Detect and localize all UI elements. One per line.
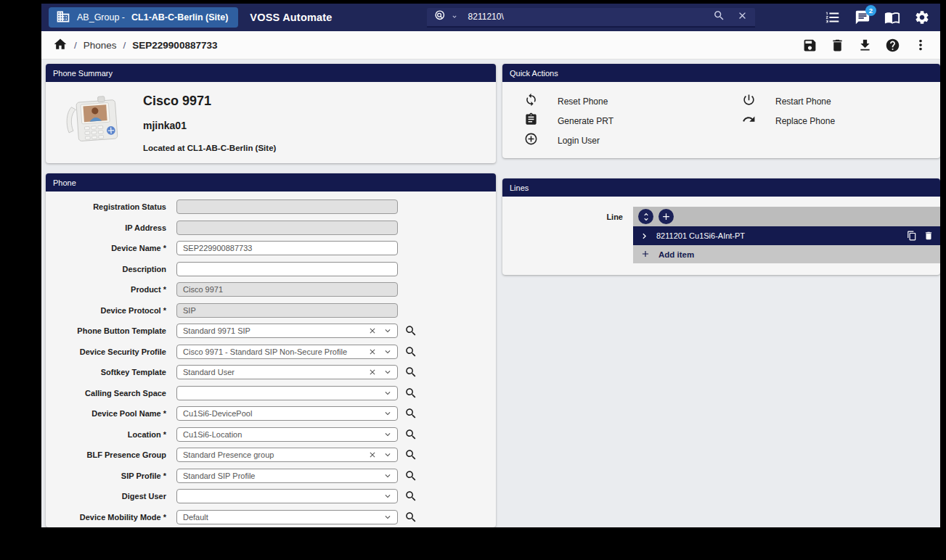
clear-icon[interactable] xyxy=(368,368,377,376)
lookup-search-icon[interactable] xyxy=(404,324,417,337)
quick-action-generate-prt[interactable]: Generate PRT xyxy=(524,111,742,131)
select-device-pool-name[interactable]: Cu1Si6-DevicePool xyxy=(176,406,398,421)
chevron-down-icon[interactable] xyxy=(383,347,393,357)
chevron-down-icon[interactable] xyxy=(383,491,393,501)
line-toolbar xyxy=(633,207,940,226)
clear-icon[interactable] xyxy=(368,347,377,356)
field-label-ip-address: IP Address xyxy=(46,223,166,232)
add-item-button[interactable]: Add item xyxy=(633,245,940,263)
expand-chevron-icon[interactable] xyxy=(639,231,650,242)
delete-line-icon[interactable] xyxy=(923,231,934,241)
field-label-device-pool-name: Device Pool Name * xyxy=(46,409,166,418)
quick-action-label: Restart Phone xyxy=(775,96,831,107)
form-row-calling-search-space: Calling Search Space xyxy=(46,383,496,404)
search-clear-icon[interactable] xyxy=(737,10,748,24)
chevron-down-icon[interactable] xyxy=(383,471,393,481)
lookup-search-icon[interactable] xyxy=(404,345,417,358)
input-description[interactable] xyxy=(176,262,398,276)
search-scope-icon[interactable] xyxy=(434,9,447,25)
quick-action-login-user[interactable]: Login User xyxy=(524,131,742,150)
power-icon xyxy=(742,93,756,110)
field-label-device-security-profile: Device Security Profile xyxy=(46,347,166,356)
lookup-search-icon[interactable] xyxy=(404,428,417,441)
download-icon[interactable] xyxy=(857,38,873,53)
quick-actions-header: Quick Actions xyxy=(502,64,940,82)
hierarchy-selector[interactable]: AB_Group - CL1-AB-C-Berlin (Site) xyxy=(49,7,238,28)
phone-location-text: Located at CL1-AB-C-Berlin (Site) xyxy=(143,144,276,152)
breadcrumb-phones[interactable]: Phones xyxy=(83,40,117,51)
chat-icon[interactable]: 2 xyxy=(855,9,870,25)
quick-action-reset-phone[interactable]: Reset Phone xyxy=(524,91,742,111)
content-area: Phone Summary xyxy=(41,59,940,527)
select-sip-profile[interactable]: Standard SIP Profile xyxy=(176,469,398,483)
phone-summary-header: Phone Summary xyxy=(46,64,496,82)
quick-action-restart-phone[interactable]: Restart Phone xyxy=(742,91,835,111)
lookup-search-icon[interactable] xyxy=(404,387,417,400)
field-value: Default xyxy=(183,513,383,522)
lookup-search-icon[interactable] xyxy=(404,448,417,461)
search-input[interactable]: 8211210\ xyxy=(468,12,709,22)
field-label-blf-presence-group: BLF Presence Group xyxy=(46,450,166,459)
form-row-location: Location *Cu1Si6-Location xyxy=(46,424,496,445)
clear-icon[interactable] xyxy=(368,450,377,459)
chevron-down-icon[interactable] xyxy=(383,388,393,398)
book-icon[interactable] xyxy=(884,9,900,25)
gear-icon[interactable] xyxy=(914,9,930,25)
delete-icon[interactable] xyxy=(830,38,845,53)
lines-panel-header: Lines xyxy=(502,178,940,197)
building-icon xyxy=(56,9,70,26)
quick-action-replace-phone[interactable]: Replace Phone xyxy=(742,111,835,131)
add-line-button[interactable] xyxy=(658,209,674,224)
chevron-down-icon[interactable] xyxy=(383,429,393,440)
form-row-device-mobility-mode: Device Mobility Mode *Default xyxy=(46,507,496,528)
field-value: Standard SIP Profile xyxy=(183,472,383,480)
search-scope-chevron-icon[interactable] xyxy=(451,10,458,23)
field-value: Cu1Si6-Location xyxy=(183,430,383,439)
field-label-device-mobility-mode: Device Mobility Mode * xyxy=(46,513,166,522)
numbered-list-icon[interactable] xyxy=(825,9,841,25)
input-product: Cisco 9971 xyxy=(176,282,398,297)
input-device-name[interactable]: SEP229900887733 xyxy=(176,241,398,255)
field-label-softkey-template: Softkey Template xyxy=(46,368,166,376)
select-softkey-template[interactable]: Standard User xyxy=(176,365,398,379)
lookup-search-icon[interactable] xyxy=(404,511,417,524)
select-digest-user[interactable] xyxy=(176,489,398,503)
lookup-search-icon[interactable] xyxy=(404,407,417,420)
search-submit-icon[interactable] xyxy=(713,9,725,25)
more-options-icon[interactable] xyxy=(913,37,929,53)
chevron-down-icon[interactable] xyxy=(383,326,393,336)
form-row-blf-presence-group: BLF Presence GroupStandard Presence grou… xyxy=(46,445,496,466)
select-blf-presence-group[interactable]: Standard Presence group xyxy=(176,448,398,462)
field-label-sip-profile: SIP Profile * xyxy=(46,472,166,480)
input-ip-address xyxy=(176,221,398,235)
home-icon[interactable] xyxy=(53,37,68,54)
chevron-down-icon[interactable] xyxy=(383,450,393,460)
lookup-search-icon[interactable] xyxy=(404,366,417,379)
copy-icon[interactable] xyxy=(907,231,917,241)
input-device-protocol: SIP xyxy=(176,303,398,318)
field-label-phone-button-template: Phone Button Template xyxy=(46,326,166,335)
field-label-device-protocol: Device Protocol * xyxy=(46,306,166,315)
help-icon[interactable] xyxy=(885,38,900,53)
select-device-mobility-mode[interactable]: Default xyxy=(176,510,398,524)
field-value: Standard 9971 SIP xyxy=(183,326,368,335)
field-value: Standard Presence group xyxy=(183,450,368,459)
chevron-down-icon[interactable] xyxy=(383,408,393,419)
select-device-security-profile[interactable]: Cisco 9971 - Standard SIP Non-Secure Pro… xyxy=(176,345,398,359)
select-calling-search-space[interactable] xyxy=(176,386,398,400)
reorder-lines-button[interactable] xyxy=(638,209,653,224)
lookup-search-icon[interactable] xyxy=(404,490,417,503)
line-item[interactable]: 8211201 Cu1Si6-AInt-PT xyxy=(633,226,940,245)
form-row-product: Product *Cisco 9971 xyxy=(46,279,496,300)
select-phone-button-template[interactable]: Standard 9971 SIP xyxy=(176,324,398,338)
global-search[interactable]: 8211210\ xyxy=(427,8,755,28)
clear-icon[interactable] xyxy=(368,326,377,335)
tenant-site: CL1-AB-C-Berlin (Site) xyxy=(131,12,228,22)
chevron-down-icon[interactable] xyxy=(383,512,393,522)
field-value: Cu1Si6-DevicePool xyxy=(183,409,383,418)
save-icon[interactable] xyxy=(802,38,817,53)
chevron-down-icon[interactable] xyxy=(383,367,393,377)
field-label-digest-user: Digest User xyxy=(46,492,166,501)
lookup-search-icon[interactable] xyxy=(404,469,417,482)
select-location[interactable]: Cu1Si6-Location xyxy=(176,427,398,442)
